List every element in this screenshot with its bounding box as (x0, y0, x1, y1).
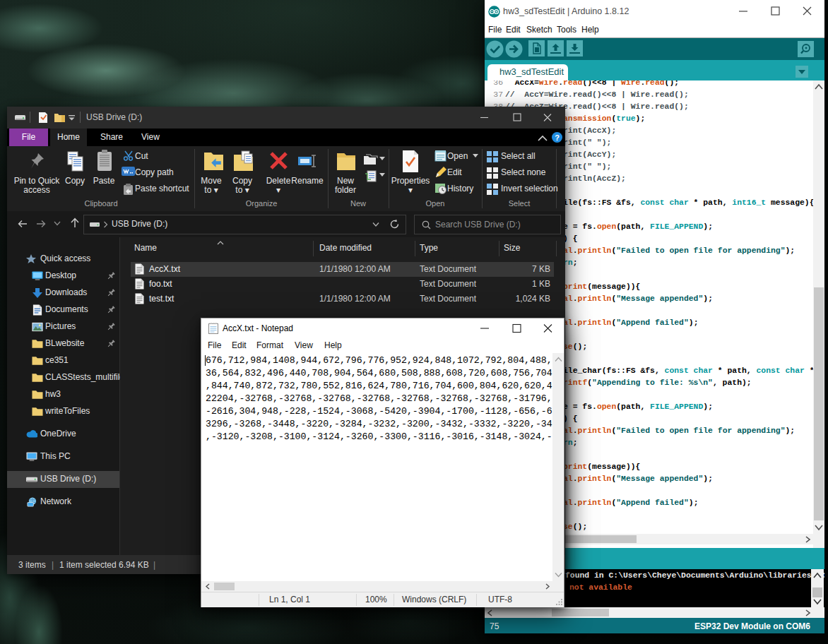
svg-text:?: ? (555, 133, 560, 142)
